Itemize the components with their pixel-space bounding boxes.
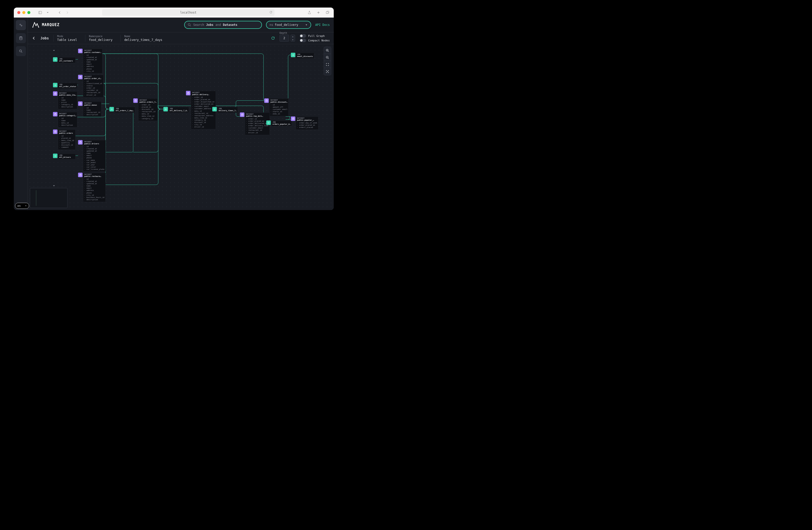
- rail-search-button[interactable]: [16, 46, 26, 56]
- forward-icon[interactable]: [64, 10, 70, 15]
- field-item: name: [84, 152, 104, 155]
- svg-point-27: [187, 92, 189, 92]
- field-item: description: [84, 199, 104, 201]
- chevron-down-icon[interactable]: [45, 10, 50, 15]
- depth-input[interactable]: [279, 34, 289, 42]
- collapse-chevron-icon[interactable]: [53, 48, 56, 53]
- field-item: name: [59, 120, 76, 122]
- full-graph-toggle[interactable]: [300, 34, 306, 38]
- svg-point-22: [79, 141, 81, 142]
- job-node[interactable]: JOB delivery_times_7…: [212, 107, 238, 113]
- node-type: JOB: [219, 108, 237, 110]
- dataset-node[interactable]: DATASET public.orders idplaced_onmenu_it…: [53, 129, 75, 150]
- field-item: order_placed_on: [246, 120, 269, 123]
- dataset-node[interactable]: DATASET public.popular_… order_day_of_we…: [291, 116, 318, 130]
- database-icon: [78, 49, 83, 53]
- back-button[interactable]: [32, 36, 36, 40]
- field-item: email: [84, 187, 104, 189]
- namespace-label: Namespace: [89, 35, 112, 38]
- field-item: updated_at: [84, 183, 104, 185]
- minimap[interactable]: [30, 188, 68, 208]
- search-input[interactable]: Search Jobs and Datasets: [184, 21, 262, 29]
- node-name: etl_delivery_7_d…: [170, 110, 188, 112]
- field-item: id: [84, 178, 104, 181]
- close-window-icon[interactable]: [17, 11, 20, 14]
- database-icon: [19, 36, 23, 40]
- share-icon[interactable]: [307, 10, 312, 15]
- minimize-window-icon[interactable]: [22, 11, 25, 14]
- job-node[interactable]: JOB email_discounts: [291, 53, 314, 58]
- dataset-node[interactable]: DATASET public.menu_ite… idnamepricecate…: [53, 91, 77, 109]
- node-type: DATASET: [59, 113, 76, 115]
- node-type: JOB: [59, 84, 76, 86]
- field-item: menu_item_id: [192, 117, 215, 119]
- center-button[interactable]: [324, 68, 331, 75]
- dataset-node[interactable]: DATASET public.restaura… idcreated_atupd…: [78, 173, 106, 202]
- language-selector[interactable]: en: [15, 203, 29, 209]
- database-icon: [78, 75, 83, 79]
- collapse-chevron-icon[interactable]: [53, 184, 56, 188]
- database-icon: [240, 112, 244, 117]
- reload-icon[interactable]: [269, 11, 273, 15]
- database-icon: [264, 98, 269, 103]
- job-icon: [212, 107, 217, 111]
- field-item: created_at: [84, 56, 101, 59]
- dataset-node[interactable]: DATASET public.delivery… order_idorder_p…: [186, 91, 216, 129]
- svg-point-19: [55, 113, 56, 114]
- dataset-node[interactable]: DATASET public.menus idnamerestaurant_id…: [78, 101, 101, 117]
- refresh-button[interactable]: [271, 36, 275, 40]
- svg-point-17: [79, 76, 81, 76]
- chevron-down-icon: [25, 205, 27, 207]
- svg-point-23: [79, 174, 81, 174]
- field-item: placed_on: [59, 137, 74, 140]
- lineage-canvas[interactable]: JOB etl_customers JOB etl_order_status J…: [28, 44, 334, 210]
- field-item: order_delivered_on: [246, 123, 269, 125]
- page-title: Jobs: [40, 36, 49, 40]
- node-name: etl_customers: [59, 60, 74, 62]
- field-item: id: [84, 145, 104, 148]
- dataset-node[interactable]: DATASET public.categori… idnamemenu_idde…: [53, 112, 77, 128]
- new-tab-icon[interactable]: [316, 10, 321, 15]
- namespace-selector[interactable]: nsfood_delivery: [266, 21, 311, 29]
- job-icon: [163, 107, 168, 111]
- field-item: created_at: [84, 181, 104, 183]
- svg-point-26: [165, 109, 166, 110]
- field-item: order_id: [192, 96, 215, 99]
- dataset-node[interactable]: DATASET public.order_st… idtransitioned_…: [78, 75, 104, 97]
- field-item: customer_address: [192, 108, 215, 110]
- dataset-node[interactable]: DATASET public.customer… idcreated_atupd…: [78, 49, 102, 73]
- job-node[interactable]: JOB orders_popular_d…: [266, 120, 292, 126]
- fit-screen-button[interactable]: [324, 61, 331, 68]
- svg-point-36: [327, 71, 328, 72]
- job-node[interactable]: JOB etl_drivers: [53, 154, 75, 159]
- database-icon: [53, 112, 57, 116]
- dataset-node[interactable]: DATASET public.drivers idcreated_atupdat…: [78, 140, 106, 172]
- job-icon: [53, 83, 57, 87]
- job-node[interactable]: JOB etl_order_status: [53, 83, 77, 89]
- zoom-out-button[interactable]: [324, 54, 331, 61]
- back-icon[interactable]: [57, 10, 62, 15]
- dataset-node[interactable]: DATASET public.orders_7… order_idplaced_…: [133, 98, 158, 121]
- depth-stepper[interactable]: ▲▼: [291, 34, 295, 42]
- tabs-icon[interactable]: [325, 10, 330, 15]
- job-node[interactable]: JOB etl_delivery_7_d…: [163, 107, 189, 113]
- rail-settings-button[interactable]: [16, 20, 26, 30]
- rail-datasets-button[interactable]: [16, 33, 26, 43]
- field-item: menu_item_id: [59, 140, 74, 142]
- namespace-value: food_delivery: [89, 38, 112, 42]
- job-node[interactable]: JOB etl_customers: [53, 57, 75, 63]
- field-item: category_id: [192, 119, 215, 121]
- compact-nodes-toggle[interactable]: [300, 39, 306, 42]
- maximize-window-icon[interactable]: [27, 11, 30, 14]
- url-bar[interactable]: localhost: [102, 9, 275, 16]
- dataset-node[interactable]: DATASET public.top_deli… order_idorder_p…: [240, 112, 270, 135]
- zoom-in-button[interactable]: [324, 47, 331, 54]
- field-item: description: [59, 106, 76, 108]
- sidebar-toggle-icon[interactable]: [38, 10, 43, 15]
- field-item: car_year: [84, 164, 104, 166]
- node-type: JOB: [116, 108, 134, 110]
- job-node[interactable]: JOB etl_orders_7_day…: [110, 107, 135, 113]
- logo[interactable]: MARQUEZ: [32, 21, 59, 29]
- topbar: MARQUEZ Search Jobs and Datasets nsfood_…: [28, 17, 334, 32]
- api-docs-link[interactable]: API Docs: [315, 23, 330, 27]
